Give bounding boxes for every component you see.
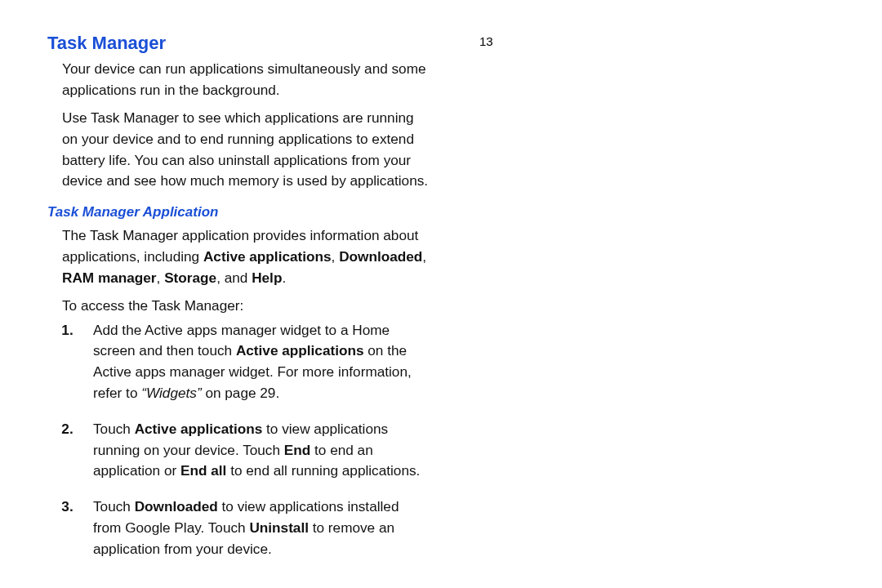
tm-step-3: Touch Downloaded to view applications in…: [85, 497, 429, 559]
text: to end all running applications.: [226, 462, 420, 479]
text: ,: [332, 248, 340, 265]
page-number: 13: [479, 33, 846, 51]
tm-intro-2: Use Task Manager to see which applicatio…: [62, 108, 429, 192]
tm-app-description: The Task Manager application provides in…: [62, 225, 429, 288]
text: .: [282, 270, 286, 286]
bold-text: Downloaded: [135, 498, 218, 514]
text: Touch: [93, 498, 135, 514]
tm-step-1: Add the Active apps manager widget to a …: [85, 320, 429, 404]
bold-text: Help: [252, 270, 282, 286]
bold-text: End all: [180, 462, 226, 479]
bold-text: Uninstall: [249, 519, 309, 536]
text: ,: [422, 248, 426, 265]
tm-step-2: Touch Active applications to view applic…: [85, 419, 429, 482]
tm-steps: Add the Active apps manager widget to a …: [70, 320, 429, 560]
manual-page: Task Manager Your device can run applica…: [0, 0, 882, 588]
tm-intro-1: Your device can run applications simulta…: [62, 59, 429, 101]
bold-text: Active applications: [203, 248, 332, 265]
italic-ref: “Widgets”: [141, 385, 201, 401]
text: , and: [216, 270, 252, 286]
text: Touch: [93, 421, 135, 437]
tm-access-line: To access the Task Manager:: [62, 296, 429, 317]
text: ,: [157, 270, 165, 286]
subheading-tm-application: Task Manager Application: [47, 203, 429, 220]
heading-task-manager: Task Manager: [47, 33, 429, 54]
text: on page 29.: [202, 385, 280, 401]
bold-text: Storage: [164, 270, 216, 286]
bold-text: End: [284, 442, 310, 458]
bold-text: Downloaded: [339, 248, 422, 265]
bold-text: RAM manager: [62, 270, 157, 286]
bold-text: Active applications: [236, 342, 364, 359]
bold-text: Active applications: [135, 421, 263, 437]
